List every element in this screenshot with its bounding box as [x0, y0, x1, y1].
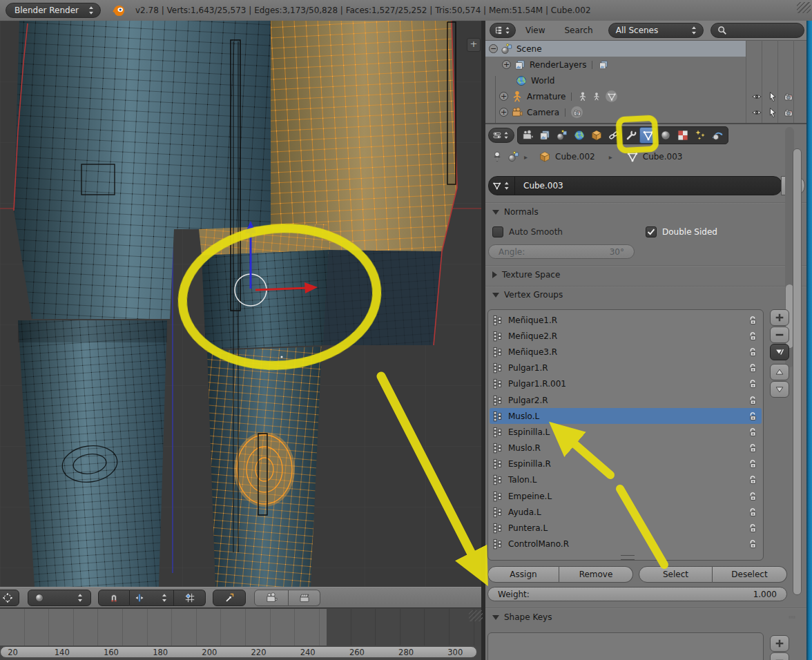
outliner-row-armature[interactable]: + Armature: [485, 88, 806, 104]
pose-icon[interactable]: [592, 92, 601, 101]
expand-icon[interactable]: +: [499, 108, 508, 117]
viewport-shading-select[interactable]: [28, 590, 91, 606]
tab-render-layers[interactable]: [536, 127, 553, 144]
lock-open-icon[interactable]: [748, 443, 759, 454]
lock-open-icon[interactable]: [748, 427, 759, 438]
double-sided-checkbox[interactable]: [646, 226, 657, 237]
collapse-icon[interactable]: −: [489, 44, 498, 53]
tab-object-data[interactable]: [639, 127, 657, 144]
search-input[interactable]: [710, 23, 804, 38]
vertex-group-row[interactable]: Empeine.L: [490, 488, 762, 504]
outliner-row-scene[interactable]: − Scene: [485, 41, 746, 57]
section-header-normals[interactable]: Normals: [492, 207, 539, 217]
add-vertex-group-button[interactable]: [770, 309, 789, 326]
proportional-editing-button[interactable]: [0, 590, 19, 606]
editor-type-button[interactable]: [488, 128, 514, 143]
outliner-row-renderlayers[interactable]: + RenderLayers: [485, 57, 806, 72]
lock-open-icon[interactable]: [748, 331, 759, 342]
section-header-shape-keys[interactable]: Shape Keys: [492, 612, 552, 622]
datablock-type-segment[interactable]: [489, 177, 515, 195]
properties-scrollbar[interactable]: [793, 148, 802, 595]
tab-particles[interactable]: [691, 127, 708, 144]
vertex-group-row[interactable]: ControlMano.R: [490, 536, 762, 552]
remove-vertex-group-button[interactable]: [770, 327, 789, 343]
panel-drag-dots-icon[interactable]: [786, 614, 798, 621]
corner-grip[interactable]: [797, 2, 811, 13]
move-group-down-button[interactable]: [770, 381, 789, 398]
pin-icon[interactable]: [491, 151, 503, 163]
lock-open-icon[interactable]: [748, 474, 759, 485]
remove-shape-key-button[interactable]: [770, 652, 789, 660]
expand-icon[interactable]: +: [499, 92, 508, 101]
editor-type-button[interactable]: [490, 23, 516, 38]
snap-element-select[interactable]: [130, 590, 174, 606]
tab-physics[interactable]: [708, 127, 726, 144]
camera-data-badge[interactable]: [571, 106, 583, 118]
timeline-corner-grip[interactable]: [469, 610, 483, 621]
list-resize-grip[interactable]: [621, 555, 635, 560]
menu-view[interactable]: View: [516, 26, 554, 35]
weight-slider[interactable]: Weight: 1.000: [487, 587, 787, 601]
lock-open-icon[interactable]: [748, 458, 759, 469]
vertex-group-list[interactable]: Meñique1.R Meñique2.R Meñique3.R Pulgar1…: [487, 309, 764, 561]
outliner-row-world[interactable]: World: [485, 72, 806, 88]
selectability-cursor-icon[interactable]: [767, 107, 778, 118]
region-expand-button[interactable]: +: [467, 38, 481, 52]
lock-open-icon[interactable]: [748, 523, 759, 534]
outliner-display-filter[interactable]: All Scenes: [608, 23, 704, 38]
select-button[interactable]: Select: [639, 566, 713, 583]
opengl-render-anim-button[interactable]: [289, 590, 320, 606]
lock-open-icon[interactable]: [748, 507, 759, 518]
tab-material[interactable]: [657, 127, 674, 144]
lock-open-icon[interactable]: [748, 347, 759, 358]
remove-button[interactable]: Remove: [559, 566, 633, 583]
viewport-3d[interactable]: [0, 21, 481, 587]
tab-world[interactable]: [570, 127, 588, 144]
object-data-icon[interactable]: [508, 151, 520, 163]
vertex-group-row[interactable]: Meñique1.R: [490, 312, 762, 328]
tab-scene[interactable]: [553, 127, 570, 144]
outliner-row-camera[interactable]: + Camera: [485, 104, 806, 120]
vertex-group-specials-button[interactable]: [770, 344, 789, 360]
renderability-camera-icon[interactable]: [783, 107, 794, 118]
expand-icon[interactable]: +: [502, 60, 511, 69]
snap-peel-button[interactable]: [213, 590, 246, 606]
vertex-group-row[interactable]: Espinilla.L: [490, 424, 762, 440]
vertex-group-row[interactable]: Pulgar1.R.001: [490, 376, 762, 392]
breadcrumb-data[interactable]: Cube.003: [643, 152, 683, 162]
vertex-group-row[interactable]: Meñique2.R: [490, 328, 762, 344]
section-header-vertex-groups[interactable]: Vertex Groups: [492, 290, 563, 300]
timeline-scrollbar[interactable]: 20140160180200220240260280300: [0, 646, 477, 658]
lock-open-icon[interactable]: [748, 395, 759, 406]
renderability-camera-icon[interactable]: [783, 91, 794, 102]
selectability-cursor-icon[interactable]: [767, 91, 778, 102]
angle-slider[interactable]: Angle: 30°: [488, 244, 635, 259]
vertex-group-row[interactable]: Pulgar1.R: [490, 360, 762, 376]
vertex-group-row[interactable]: Pulgar2.R: [490, 392, 762, 408]
timeline-editor[interactable]: 20140160180200220240260280300: [0, 608, 481, 660]
mesh-data-badge[interactable]: [606, 90, 617, 102]
tab-object[interactable]: [588, 127, 605, 144]
vertex-group-row[interactable]: Talon.L: [490, 472, 762, 488]
renderlayer-data-icon[interactable]: [598, 59, 609, 70]
lock-open-icon[interactable]: [748, 538, 759, 550]
vertex-group-row[interactable]: Espinilla.R: [490, 456, 762, 472]
menu-search[interactable]: Search: [554, 26, 602, 35]
assign-button[interactable]: Assign: [487, 566, 559, 583]
tab-texture[interactable]: [674, 127, 691, 144]
lock-open-icon[interactable]: [748, 362, 759, 373]
lock-open-icon[interactable]: [748, 491, 759, 502]
add-shape-key-button[interactable]: [770, 635, 789, 652]
vertex-group-row[interactable]: Puntera.L: [490, 520, 762, 536]
snap-target-button[interactable]: [174, 590, 206, 606]
move-group-up-button[interactable]: [770, 364, 789, 380]
section-header-texture-space[interactable]: Texture Space: [492, 270, 560, 280]
armature-data-icon[interactable]: [577, 91, 588, 102]
tab-render[interactable]: [519, 127, 536, 144]
vertex-group-row[interactable]: Ayuda.L: [490, 504, 762, 520]
deselect-button[interactable]: Deselect: [713, 566, 787, 583]
render-engine-select[interactable]: Blender Render: [6, 3, 101, 18]
visibility-eye-icon[interactable]: [751, 107, 762, 118]
tab-constraints[interactable]: [605, 127, 622, 144]
shape-key-list[interactable]: [487, 632, 764, 660]
